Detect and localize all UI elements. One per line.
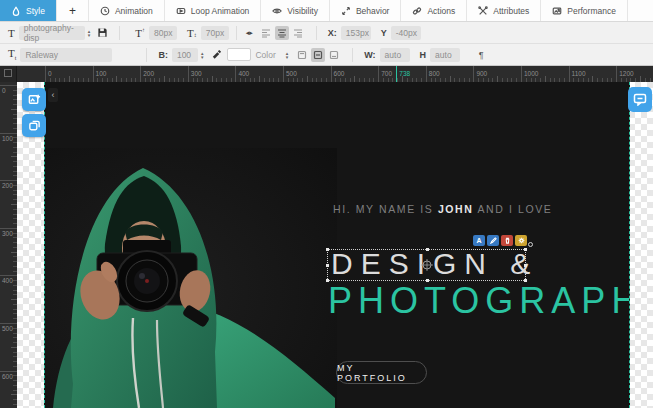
- delete-button[interactable]: [501, 235, 513, 246]
- greeting-text[interactable]: HI. MY NAME IS JOHN AND I LOVE: [333, 203, 552, 215]
- chat-icon: [633, 93, 647, 106]
- tab-label: Behavior: [356, 6, 390, 16]
- valign-middle-button[interactable]: [311, 48, 325, 62]
- valign-bottom-button[interactable]: [327, 48, 341, 62]
- font-size-input[interactable]: 80px: [149, 26, 177, 40]
- height-value: auto: [435, 50, 452, 60]
- x-label: X:: [328, 28, 337, 38]
- line-height-input[interactable]: 70px: [201, 26, 229, 40]
- font-style-value: photography-disp: [24, 23, 80, 43]
- align-center-button[interactable]: [275, 26, 289, 40]
- settings-button[interactable]: [515, 235, 527, 246]
- h-ruler[interactable]: 0100200300400500600700800900100011001200…: [17, 66, 653, 82]
- tab-add[interactable]: +: [57, 0, 89, 21]
- divider: [119, 26, 120, 40]
- width-input[interactable]: auto: [380, 48, 410, 62]
- hero-photo[interactable]: [45, 148, 337, 408]
- height-input[interactable]: auto: [430, 48, 460, 62]
- tab-label: Loop Animation: [191, 6, 250, 16]
- ruler-cursor: [396, 66, 397, 82]
- edit-button[interactable]: [487, 235, 499, 246]
- tab-style[interactable]: Style: [0, 0, 57, 21]
- font-size-icon: T↑: [135, 27, 145, 39]
- add-image-button[interactable]: [22, 88, 46, 111]
- tab-attributes[interactable]: Attributes: [467, 0, 541, 21]
- ruler-corner: [0, 66, 17, 82]
- anchor-point-icon[interactable]: [421, 259, 433, 271]
- valign-middle-icon: [313, 50, 323, 60]
- tab-behavior[interactable]: Behavior: [330, 0, 402, 21]
- tab-performance[interactable]: Performance: [541, 0, 628, 21]
- gear-icon: [518, 237, 525, 244]
- font-style-select[interactable]: photography-disp: [19, 26, 85, 40]
- tab-visibility[interactable]: Visibility: [261, 0, 330, 21]
- weight-label: B:: [158, 50, 168, 60]
- align-left-icon: [261, 28, 271, 38]
- paint-drop-icon: [11, 6, 21, 16]
- duplicate-button[interactable]: [22, 114, 46, 137]
- tab-loop-animation[interactable]: Loop Animation: [165, 0, 262, 21]
- y-label: Y: [381, 28, 387, 38]
- link-icon: [412, 6, 422, 16]
- portfolio-button-label: MY PORTFOLIO: [337, 363, 426, 383]
- divider: [146, 48, 147, 62]
- v-ruler[interactable]: 0100200300400500600: [0, 82, 17, 408]
- text-align-group: [259, 26, 305, 40]
- x-input[interactable]: 153px: [341, 26, 371, 40]
- weight-input[interactable]: 100: [172, 48, 198, 62]
- style-toolbar-row2: Tt Raleway B: 100 ▴▾ Color ▴▾ W: auto: [0, 44, 653, 66]
- style-toolbar-row1: T photography-disp ▴▾ T↑ 80px T↕ 70px ◂▸: [0, 22, 653, 44]
- trash-icon: [504, 237, 511, 244]
- y-input[interactable]: -40px: [391, 26, 421, 40]
- text-style-icon: T: [8, 27, 15, 39]
- resize-handle[interactable]: [524, 264, 527, 267]
- save-style-icon[interactable]: [97, 27, 108, 38]
- ruler-corner-icon: [4, 69, 12, 77]
- ruler-cursor-label: 738: [399, 70, 410, 77]
- line-height-icon: T↕: [187, 27, 197, 39]
- chat-button[interactable]: [628, 87, 652, 112]
- align-left-button[interactable]: [259, 26, 273, 40]
- greeting-post: AND I LOVE: [473, 203, 552, 215]
- align-right-button[interactable]: [291, 26, 305, 40]
- resize-handle[interactable]: [426, 248, 429, 251]
- valign-top-icon: [297, 50, 307, 60]
- weight-stepper[interactable]: ▴▾: [201, 51, 204, 59]
- w-label: W:: [364, 50, 375, 60]
- y-value: -40px: [396, 28, 417, 38]
- selected-text-element[interactable]: DESIGN &: [327, 249, 526, 281]
- color-swatch[interactable]: [227, 48, 251, 61]
- spacing-arrows-icon[interactable]: ◂▸: [246, 29, 253, 37]
- spacing-stepper[interactable]: ▴▾: [286, 51, 289, 59]
- tab-label: Attributes: [493, 6, 529, 16]
- portfolio-button[interactable]: MY PORTFOLIO: [336, 361, 427, 384]
- tools-icon: [478, 6, 488, 16]
- resize-handle[interactable]: [326, 264, 329, 267]
- resize-handle[interactable]: [524, 248, 527, 251]
- valign-top-button[interactable]: [295, 48, 309, 62]
- h-label: H: [420, 50, 427, 60]
- website-page-section[interactable]: HI. MY NAME IS JOHN AND I LOVE A: [44, 82, 630, 408]
- font-family-input[interactable]: Raleway: [20, 48, 112, 62]
- plus-icon: +: [69, 4, 76, 18]
- collapse-panel-button[interactable]: ‹: [48, 88, 58, 102]
- text-style-button[interactable]: A: [473, 235, 485, 246]
- tab-animation[interactable]: Animation: [89, 0, 165, 21]
- paragraph-button[interactable]: ¶: [474, 48, 488, 62]
- eyedropper-icon[interactable]: [211, 49, 222, 60]
- font-size-value: 80px: [154, 28, 172, 38]
- font-style-stepper[interactable]: ▴▾: [88, 29, 91, 37]
- headline-line2[interactable]: PHOTOGRAPHY: [328, 280, 630, 322]
- tab-actions[interactable]: Actions: [401, 0, 467, 21]
- resize-handle[interactable]: [326, 248, 329, 251]
- loop-icon: [176, 6, 186, 16]
- design-canvas[interactable]: HI. MY NAME IS JOHN AND I LOVE A: [17, 82, 653, 408]
- divider: [352, 48, 353, 62]
- headline-line1[interactable]: DESIGN &: [331, 247, 538, 281]
- pilcrow-icon: ¶: [479, 50, 484, 60]
- pencil-icon: [490, 237, 497, 244]
- greeting-name: JOHN: [438, 203, 474, 215]
- rotate-handle[interactable]: [528, 242, 533, 247]
- divider: [316, 26, 317, 40]
- weight-value: 100: [177, 50, 191, 60]
